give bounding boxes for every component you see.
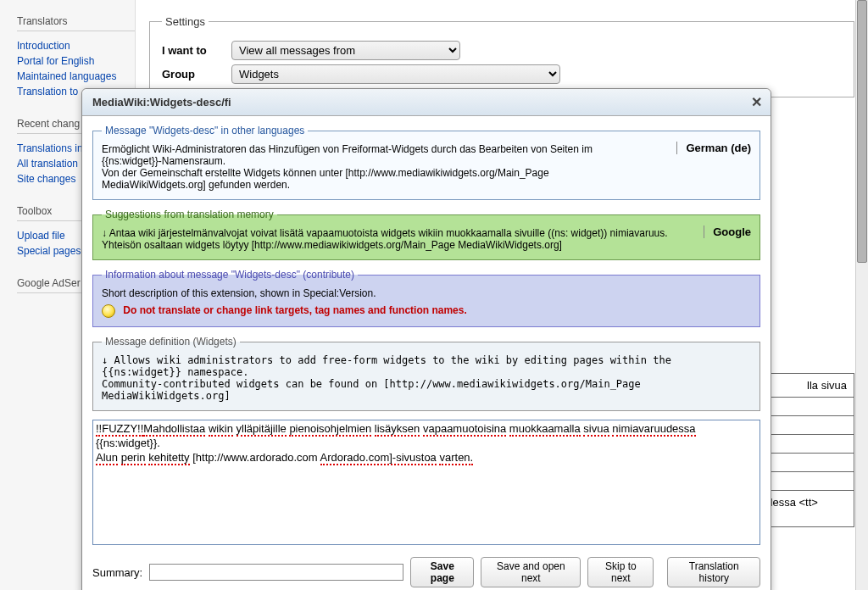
dialog-footer: Summary: Save page Save and open next Sk… <box>82 554 771 590</box>
select-iwantto[interactable]: View all messages from <box>231 41 460 60</box>
select-group[interactable]: Widgets <box>231 64 560 84</box>
page-scrollbar[interactable] <box>855 0 868 590</box>
sidebar-item-portal[interactable]: Portal for English <box>17 53 135 69</box>
info-text: Short description of this extension, sho… <box>102 287 751 299</box>
info-legend: Information about message "Widgets-desc"… <box>102 269 358 281</box>
info-box: Information about message "Widgets-desc"… <box>92 269 760 327</box>
close-icon[interactable]: ✕ <box>751 94 762 110</box>
lightbulb-icon <box>102 304 115 318</box>
settings-legend: Settings <box>162 15 209 28</box>
definition-text[interactable]: ↓ Allows wiki administrators to add free… <box>102 354 751 402</box>
label-group: Group <box>162 68 231 81</box>
summary-input[interactable] <box>149 564 403 581</box>
skip-button[interactable]: Skip to next <box>587 557 654 587</box>
definition-legend: Message definition (Widgets) <box>102 336 240 348</box>
dialog-title-text: MediaWiki:Widgets-desc/fi <box>92 96 231 109</box>
suggestion-source-google[interactable]: Google <box>704 225 751 238</box>
sidebar-item-maintained[interactable]: Maintained languages <box>17 69 135 84</box>
settings-fieldset: Settings I want to View all messages fro… <box>149 15 854 97</box>
language-badge-german[interactable]: German (de) <box>676 142 751 154</box>
save-button[interactable]: Save page <box>410 557 474 587</box>
other-languages-legend: Message "Widgets-desc" in other language… <box>102 125 308 136</box>
save-next-button[interactable]: Save and open next <box>481 557 581 587</box>
suggestions-box: Suggestions from translation memory Goog… <box>92 209 760 260</box>
dialog-titlebar[interactable]: MediaWiki:Widgets-desc/fi ✕ <box>82 89 771 116</box>
label-iwantto: I want to <box>162 44 231 57</box>
sidebar-heading-translators: Translators <box>17 15 135 31</box>
history-button[interactable]: Translation history <box>667 557 760 587</box>
suggestions-legend: Suggestions from translation memory <box>102 209 277 220</box>
scrollbar-thumb[interactable] <box>857 0 867 263</box>
other-languages-box: Message "Widgets-desc" in other language… <box>92 125 760 200</box>
definition-box: Message definition (Widgets) ↓ Allows wi… <box>92 336 760 411</box>
info-warning: Do not translate or change link targets,… <box>123 304 466 316</box>
sidebar-item-introduction[interactable]: Introduction <box>17 38 135 53</box>
suggestion-line1[interactable]: ↓ Antaa wiki järjestelmänvalvojat voivat… <box>102 227 683 239</box>
summary-label: Summary: <box>92 566 142 579</box>
translation-textarea[interactable]: !!FUZZY!!Mahdollistaa wikin ylläpitäjill… <box>92 420 760 545</box>
suggestion-line2: Yhteisön osaltaan widgets löytyy [http:/… <box>102 239 683 251</box>
otherlang-line1: Ermöglicht Wiki-Administratoren das Hinz… <box>102 143 649 167</box>
otherlang-line2: Von der Gemeinschaft erstellte Widgets k… <box>102 167 649 191</box>
translation-dialog: MediaWiki:Widgets-desc/fi ✕ Message "Wid… <box>81 88 771 590</box>
